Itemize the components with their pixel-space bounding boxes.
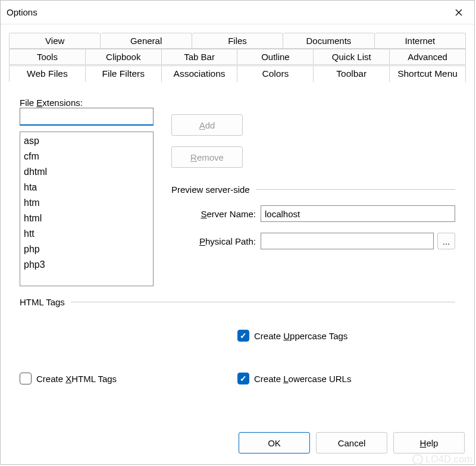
separator-line [256, 189, 455, 190]
cancel-button[interactable]: Cancel [316, 432, 387, 454]
tab-internet[interactable]: Internet [375, 33, 466, 49]
tab-web-files[interactable]: Web Files [9, 65, 86, 82]
extensions-column: File Extensions: asp cfm dhtml hta htm h… [20, 98, 154, 286]
tab-documents[interactable]: Documents [283, 33, 374, 49]
server-name-label: Server Name: [171, 209, 261, 219]
physical-path-input[interactable] [261, 233, 434, 249]
tab-tools[interactable]: Tools [9, 49, 86, 65]
list-item[interactable]: php [20, 242, 153, 257]
list-item[interactable]: asp [20, 133, 153, 149]
list-item[interactable]: hta [20, 180, 153, 195]
add-button[interactable]: Add [171, 114, 243, 136]
dialog-buttons: OK Cancel Help [1, 424, 474, 464]
remove-button[interactable]: Remove [171, 146, 243, 168]
uppercase-tags-checkbox[interactable] [237, 330, 249, 342]
titlebar: Options [1, 1, 474, 24]
tab-general[interactable]: General [101, 33, 192, 49]
tab-view[interactable]: View [9, 33, 101, 49]
tab-advanced[interactable]: Advanced [390, 49, 466, 65]
tab-clipbook[interactable]: Clipbook [86, 49, 162, 65]
preview-group: Preview server-side [171, 184, 455, 195]
lowercase-urls-label: Create Lowercase URLs [254, 374, 351, 384]
list-item[interactable]: htt [20, 226, 153, 242]
tab-file-filters[interactable]: File Filters [86, 65, 162, 82]
tab-row-1: View General Files Documents Internet [9, 33, 466, 49]
preview-group-label: Preview server-side [171, 184, 250, 195]
ok-button[interactable]: OK [239, 432, 310, 454]
tab-shortcut-menu[interactable]: Shortcut Menu [390, 65, 466, 82]
close-icon [455, 9, 462, 16]
list-item[interactable]: dhtml [20, 164, 153, 180]
tab-outline[interactable]: Outline [237, 49, 314, 65]
separator-line [71, 302, 455, 302]
list-item[interactable]: cfm [20, 149, 153, 164]
physical-path-label: Physical Path: [171, 236, 261, 246]
list-item[interactable]: htm [20, 195, 153, 211]
tab-row-2: Tools Clipbook Tab Bar Outline Quick Lis… [9, 49, 466, 65]
server-name-input[interactable] [261, 205, 455, 222]
content-area: View General Files Documents Internet To… [1, 24, 474, 424]
tab-files[interactable]: Files [192, 33, 283, 49]
lowercase-urls-checkbox[interactable] [237, 373, 249, 384]
physical-path-row: Physical Path: ... [171, 233, 455, 249]
xhtml-tags-label: Create XHTML Tags [36, 374, 117, 384]
server-name-row: Server Name: [171, 205, 455, 222]
html-tags-group: HTML Tags [20, 297, 455, 307]
list-item[interactable]: php3 [20, 257, 153, 273]
xhtml-tags-checkbox[interactable] [20, 373, 32, 384]
tab-colors[interactable]: Colors [237, 65, 314, 82]
lowercase-urls-row: Create Lowercase URLs [237, 373, 455, 384]
tab-quicklist[interactable]: Quick List [314, 49, 390, 65]
extensions-listbox[interactable]: asp cfm dhtml hta htm html htt php php3 [20, 132, 154, 286]
tab-panel-web-files: File Extensions: asp cfm dhtml hta htm h… [9, 82, 466, 424]
tab-toolbar[interactable]: Toolbar [314, 65, 390, 82]
browse-path-button[interactable]: ... [437, 233, 455, 249]
close-button[interactable] [448, 4, 469, 21]
top-row: File Extensions: asp cfm dhtml hta htm h… [20, 98, 455, 286]
file-extensions-input[interactable] [20, 108, 154, 126]
uppercase-tags-label: Create Uppercase Tags [254, 331, 347, 341]
uppercase-tags-row: Create Uppercase Tags [237, 330, 455, 342]
file-extensions-label: File Extensions: [20, 98, 154, 108]
tab-associations[interactable]: Associations [162, 65, 238, 82]
options-dialog: Options View General Files Documents Int… [0, 0, 475, 465]
tab-row-3: Web Files File Filters Associations Colo… [9, 65, 466, 82]
html-tags-label: HTML Tags [20, 297, 65, 307]
window-title: Options [7, 7, 37, 17]
xhtml-tags-row: Create XHTML Tags [20, 373, 237, 384]
tab-tabbar[interactable]: Tab Bar [162, 49, 238, 65]
help-button[interactable]: Help [393, 432, 465, 454]
tab-strip: View General Files Documents Internet To… [9, 33, 466, 82]
list-item[interactable]: html [20, 211, 153, 226]
right-column: Add Remove Preview server-side Server Na… [171, 98, 455, 286]
